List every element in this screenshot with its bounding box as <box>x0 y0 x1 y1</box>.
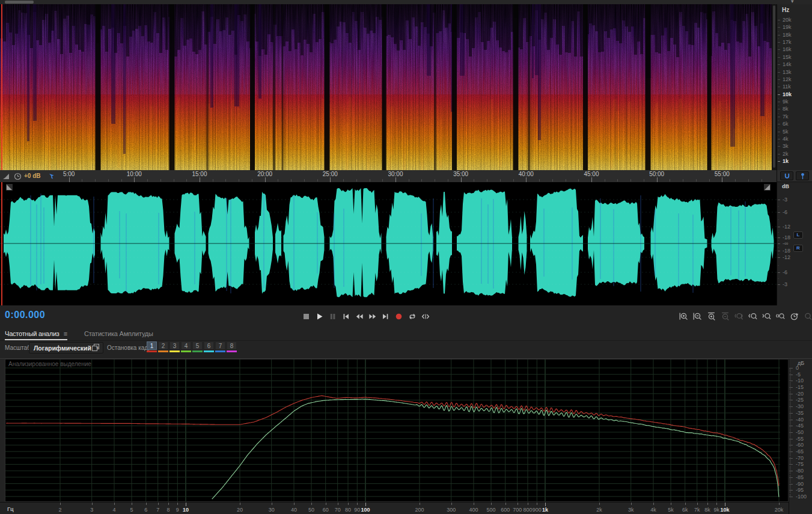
graph-hz-label: 7 <box>156 507 159 513</box>
waveform-display[interactable] <box>0 182 777 305</box>
tick <box>789 438 791 438</box>
time-display[interactable]: 0:00.000 <box>5 310 45 320</box>
graph-hz-label: 100 <box>361 507 370 513</box>
fast-forward-button[interactable] <box>368 311 377 321</box>
tick <box>789 442 791 443</box>
zoom-to-out-point-icon[interactable] <box>761 311 772 322</box>
tick <box>748 179 749 182</box>
tick <box>789 411 791 411</box>
playhead-waveform[interactable] <box>1 182 2 305</box>
tick <box>789 369 791 370</box>
zoom-to-in-point-icon[interactable] <box>747 311 758 322</box>
copy-graph-icon[interactable] <box>91 343 102 352</box>
hold-button-7[interactable]: 7 <box>215 341 225 350</box>
tick <box>789 491 791 492</box>
graph-db-label: -15 <box>796 385 804 390</box>
hold-slot: 5 <box>192 341 203 352</box>
hold-button-6[interactable]: 6 <box>204 341 214 350</box>
tick <box>778 251 780 251</box>
hold-slot: 8 <box>227 341 237 352</box>
hold-button-8[interactable]: 8 <box>227 341 237 350</box>
graph-hz-unit: Гц <box>7 506 14 512</box>
tick <box>789 455 791 456</box>
tick <box>789 372 791 372</box>
tick <box>778 142 779 143</box>
tab-frequency-analysis[interactable]: Частотный анализ≡ <box>5 328 67 340</box>
graph-hz-label: 8 <box>167 507 170 513</box>
zoom-selection-time-icon[interactable] <box>775 311 786 322</box>
hold-button-5[interactable]: 5 <box>192 341 203 350</box>
hz-ruler-label: 6k <box>783 121 789 127</box>
go-to-start-button[interactable] <box>341 311 350 321</box>
scrollbar-handle[interactable] <box>773 5 775 168</box>
tick <box>789 464 793 465</box>
hold-color-bar <box>147 350 157 352</box>
tick <box>778 64 780 65</box>
pause-button[interactable] <box>328 311 337 321</box>
hold-color-bar <box>215 350 225 352</box>
tab-amplitude-statistics[interactable]: Статистика Амплитуды <box>84 328 153 340</box>
record-button[interactable] <box>394 311 403 321</box>
tick <box>778 200 780 200</box>
tick <box>789 405 791 406</box>
spectrogram-vertical-scrollbar[interactable] <box>772 4 777 170</box>
channel-right-button[interactable]: R <box>793 245 803 252</box>
magnet-snap-icon[interactable] <box>780 171 793 180</box>
scrollbar-handle[interactable] <box>5 1 34 4</box>
hold-button-3[interactable]: 3 <box>169 341 180 350</box>
tick <box>789 382 791 383</box>
hold-button-4[interactable]: 4 <box>181 341 191 350</box>
panel-menu-icon[interactable]: ≡ <box>64 330 67 337</box>
tick <box>789 422 791 423</box>
skip-button[interactable] <box>421 311 430 321</box>
graph-hz-label: 8k <box>704 507 710 513</box>
frequency-analysis-graph[interactable]: Анализированное выделение <box>5 359 789 502</box>
hold-button-1[interactable]: 1 <box>147 341 157 350</box>
marker-pin-icon[interactable] <box>796 171 809 180</box>
corner-grip-right-icon[interactable] <box>764 184 771 191</box>
tick <box>789 412 791 412</box>
hold-button-2[interactable]: 2 <box>158 341 168 350</box>
corner-grip-left-icon[interactable] <box>6 184 13 191</box>
graph-db-label: 0 <box>796 366 799 371</box>
zoom-in-horizontal-icon[interactable] <box>706 311 716 322</box>
spectrogram-display[interactable] <box>0 4 772 170</box>
zoom-to-selection-icon[interactable] <box>733 311 744 322</box>
loop-button[interactable] <box>408 311 417 321</box>
zoom-out-horizontal-icon[interactable] <box>719 311 730 322</box>
tick <box>617 179 618 182</box>
graph-db-label: -25 <box>796 397 804 403</box>
playhead-spectrogram[interactable] <box>1 4 2 170</box>
zoom-out-vertical-icon[interactable] <box>692 311 703 322</box>
zoom-full-icon[interactable] <box>802 311 812 322</box>
timeline-ruler[interactable]: +0 dB 5:0010:0015:0020:0025:0030:0035:00… <box>0 170 777 183</box>
reset-zoom-icon[interactable] <box>789 311 799 322</box>
tick <box>778 206 779 207</box>
panel-menu-caret-icon[interactable]: ▾ <box>791 0 794 4</box>
tick <box>239 179 239 182</box>
go-to-end-button[interactable] <box>381 311 390 321</box>
graph-hz-label: 6 <box>144 507 147 513</box>
time-label: 20:00 <box>257 171 272 177</box>
hz-ruler-label: 16k <box>783 47 792 52</box>
tick <box>778 154 780 155</box>
tick <box>789 404 791 405</box>
tick <box>789 480 791 480</box>
tick <box>60 503 61 505</box>
stop-button[interactable] <box>302 311 311 321</box>
tick <box>778 72 780 73</box>
tick <box>789 408 791 408</box>
rewind-button[interactable] <box>355 311 364 321</box>
db-ruler-label: -3 <box>783 197 787 203</box>
tick <box>778 161 780 162</box>
graph-hz-label: 90 <box>354 507 360 513</box>
channel-left-button[interactable]: L <box>793 231 803 239</box>
tick <box>789 462 791 462</box>
hold-color-bar <box>227 350 237 352</box>
play-button[interactable] <box>315 311 324 321</box>
zoom-in-vertical-icon[interactable] <box>678 311 689 322</box>
tick <box>789 385 791 385</box>
tick <box>778 87 780 87</box>
graph-hz-label: 4k <box>650 507 656 513</box>
tick <box>789 495 791 496</box>
